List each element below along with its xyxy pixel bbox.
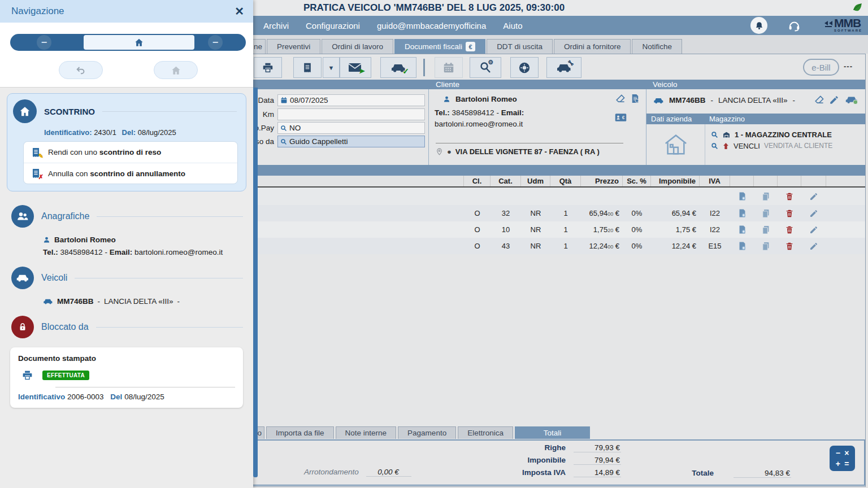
print-options-dropdown[interactable]: ▼: [323, 57, 340, 78]
trash-icon[interactable]: [785, 208, 794, 219]
copy-icon[interactable]: [761, 208, 771, 219]
document-content-area: ▼ ➤ ✓ ⚙ 🔧︎ e-Bill --- Cliente Veicolo Da…: [249, 54, 866, 487]
magazzino-value[interactable]: 1 - MAGAZZINO CENTRALE: [735, 130, 832, 139]
btab-note-interne[interactable]: Note interne: [336, 426, 397, 439]
recalculate-button[interactable]: − × + =: [830, 446, 855, 471]
btab-totali[interactable]: Totali: [515, 426, 590, 439]
search-icon[interactable]: [711, 131, 718, 138]
col-udm[interactable]: Udm: [521, 176, 550, 186]
table-row[interactable]: A O 32 NR 1 65,9400 € 0% 65,94 € I22: [249, 205, 865, 221]
col-sc[interactable]: Sc. %: [623, 176, 651, 186]
btab-importa-da-file[interactable]: Importa da file: [266, 426, 334, 439]
search-icon[interactable]: [711, 142, 718, 150]
table-row[interactable]: O 43 NR 1 12,2400 € 0% 12,24 € E15: [249, 238, 865, 254]
close-icon[interactable]: ✕: [235, 5, 244, 18]
vehicle-model[interactable]: LANCIA DELTA «III»: [718, 96, 788, 104]
btab-pagamento[interactable]: Pagamento: [398, 426, 456, 439]
nav-back-button[interactable]: [59, 61, 103, 79]
clear-veicolo-icon[interactable]: [814, 95, 824, 106]
send-email-button[interactable]: ➤: [340, 57, 371, 78]
ebill-more-button[interactable]: ---: [844, 62, 853, 71]
edit-pencil-icon[interactable]: [809, 225, 818, 234]
nav-minus-left-button[interactable]: −: [37, 35, 51, 50]
receipt-button[interactable]: [293, 57, 322, 78]
car-icon: [11, 267, 34, 289]
menu-account[interactable]: guido@mmbacademyofficina: [377, 21, 486, 30]
nav-home-slot[interactable]: [84, 35, 194, 50]
tab-preventivi[interactable]: Preventivi: [267, 39, 320, 54]
trash-icon[interactable]: [785, 225, 794, 235]
advanced-search-button[interactable]: ⚙: [470, 57, 501, 78]
nav-panel-scrollbar[interactable]: [253, 88, 258, 477]
action-annulla-scontrino[interactable]: ✗ Annulla con scontrino di annullamento: [24, 163, 237, 184]
vehicle-confirm-button[interactable]: ✓: [380, 57, 416, 78]
tab-documenti-fiscali[interactable]: Documenti fiscali €: [394, 39, 485, 54]
anagrafiche-name[interactable]: Bartoloni Romeo: [54, 236, 116, 244]
nav-minus-right-button[interactable]: −: [208, 35, 223, 50]
col-iva[interactable]: IVA: [700, 176, 730, 186]
edit-pencil-icon[interactable]: [809, 192, 818, 201]
action-rendi-scontrino-reso[interactable]: ✎ Rendi con uno scontrino di reso: [24, 142, 237, 163]
print-button[interactable]: [254, 57, 282, 78]
veicoli-model[interactable]: LANCIA DELTA «III»: [104, 297, 173, 306]
causale-code[interactable]: VENCLI: [734, 142, 760, 150]
btab-elettronica[interactable]: Elettronica: [458, 426, 513, 439]
table-row-new[interactable]: [249, 188, 865, 205]
col-qta[interactable]: Qtà: [550, 176, 581, 186]
data-field[interactable]: 08/07/2025: [277, 94, 425, 106]
add-document-icon[interactable]: [737, 241, 747, 251]
copy-icon[interactable]: [761, 241, 771, 251]
tab-notifiche[interactable]: Notifiche: [632, 39, 682, 54]
km-field[interactable]: [277, 108, 425, 120]
receipt-icon: [302, 62, 313, 74]
support-headset-button[interactable]: [787, 19, 801, 32]
vehicle-history-icon[interactable]: [845, 95, 858, 104]
nav-home-button[interactable]: [154, 61, 198, 79]
add-document-icon[interactable]: [737, 208, 747, 219]
col-imponibile[interactable]: Imponibile: [651, 176, 700, 186]
emesso-da-field[interactable]: Guido Cappelletti: [277, 136, 425, 147]
tires-button[interactable]: [510, 57, 539, 78]
mmb-logo-mark-icon: [824, 20, 833, 29]
add-document-icon[interactable]: [737, 224, 747, 235]
edit-veicolo-icon[interactable]: [829, 95, 839, 105]
edit-pencil-icon[interactable]: [809, 242, 818, 251]
copy-icon[interactable]: [761, 191, 771, 202]
menu-aiuto[interactable]: Aiuto: [503, 21, 522, 30]
cliente-address[interactable]: VIA DELLE VIGNETTE 87 - FAENZA ( RA ): [455, 147, 600, 156]
col-descrizione[interactable]: [249, 176, 464, 186]
copy-icon[interactable]: [761, 225, 771, 235]
cliente-name[interactable]: Bartoloni Romeo: [455, 95, 517, 103]
add-document-icon[interactable]: [737, 191, 747, 202]
tab-ddt-di-uscita[interactable]: DDT di uscita: [487, 39, 553, 54]
sppay-field[interactable]: NO: [277, 122, 425, 134]
menu-archivi[interactable]: Archivi: [263, 21, 289, 30]
anagrafiche-email[interactable]: bartoloni.romeo@romeo.it: [134, 248, 223, 256]
arrotondamento-value[interactable]: 0,00 €: [366, 468, 411, 477]
clear-cliente-icon[interactable]: [615, 94, 626, 104]
ebill-button[interactable]: e-Bill: [803, 59, 839, 76]
cliente-panel: Bartoloni Romeo Tel.: 3845898412 - Email…: [428, 89, 646, 165]
menu-configurazioni[interactable]: Configurazioni: [306, 21, 360, 30]
col-prezzo[interactable]: Prezzo: [581, 176, 623, 186]
trash-icon[interactable]: [785, 191, 794, 202]
veicoli-title: Veicoli: [41, 273, 67, 283]
col-cl[interactable]: Cl.: [464, 176, 491, 186]
veicoli-plate[interactable]: MM746BB: [57, 297, 94, 306]
notifications-bell-button[interactable]: [750, 17, 767, 34]
email-value[interactable]: bartoloni.romeo@romeo.it: [435, 120, 523, 128]
tel-label: Tel.:: [435, 108, 450, 117]
dati-azienda-cell[interactable]: [646, 124, 705, 165]
contact-card-euro-icon[interactable]: €: [615, 113, 627, 122]
col-cat[interactable]: Cat.: [491, 176, 521, 186]
tab-ordini-a-fornitore[interactable]: Ordini a fornitore: [554, 39, 631, 54]
trash-icon[interactable]: [785, 241, 794, 251]
edit-pencil-icon[interactable]: [809, 209, 818, 218]
scontrino-identity: Identificativo: 2430/1 Del: 08/lug/2025: [44, 128, 240, 137]
car-service-button[interactable]: 🔧︎: [546, 57, 581, 78]
cliente-document-history-icon[interactable]: [630, 93, 640, 104]
tab-ordini-di-lavoro[interactable]: Ordini di lavoro: [322, 39, 393, 54]
table-row[interactable]: O 10 NR 1 1,7520 € 0% 1,75 € I22: [249, 221, 865, 238]
divider: [96, 327, 243, 328]
vehicle-plate[interactable]: MM746BB: [669, 96, 706, 104]
